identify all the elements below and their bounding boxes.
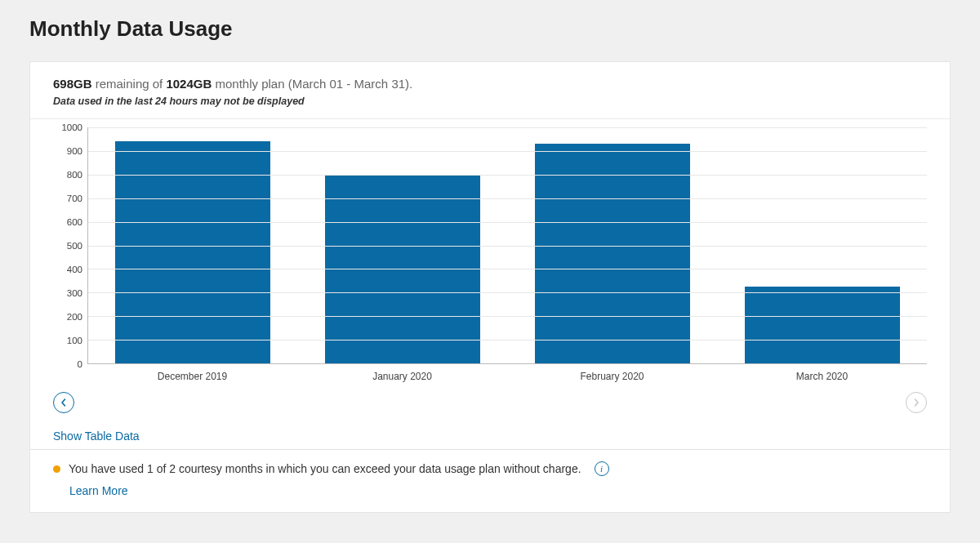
chevron-left-icon (60, 398, 68, 407)
y-tick-label: 900 (67, 146, 82, 156)
x-tick-label: February 2020 (507, 364, 717, 382)
summary-note: Data used in the last 24 hours may not b… (53, 96, 927, 107)
remaining-gb: 698GB (53, 77, 92, 91)
learn-more-link[interactable]: Learn More (30, 483, 950, 512)
page-title: Monthly Data Usage (29, 16, 951, 42)
usage-card: 698GB remaining of 1024GB monthly plan (… (29, 61, 951, 513)
y-tick-label: 700 (67, 194, 82, 203)
bar (745, 287, 900, 363)
y-tick-label: 200 (67, 312, 82, 322)
y-tick-label: 800 (67, 170, 82, 180)
summary-block: 698GB remaining of 1024GB monthly plan (… (30, 62, 950, 119)
summary-line: 698GB remaining of 1024GB monthly plan (… (53, 77, 927, 91)
y-tick-label: 400 (67, 265, 82, 274)
y-tick-label: 500 (67, 241, 82, 251)
bar (535, 144, 690, 363)
gridline (88, 316, 927, 317)
gridline (88, 340, 927, 340)
plot-area (87, 127, 927, 364)
y-axis: 01002003004005006007008009001000 (53, 127, 87, 364)
chevron-right-icon (912, 398, 920, 407)
gridline (88, 269, 927, 269)
prev-button[interactable] (53, 392, 74, 413)
y-tick-label: 600 (67, 217, 82, 227)
y-tick-label: 0 (78, 359, 82, 369)
courtesy-row: You have used 1 of 2 courtesy months in … (30, 450, 950, 483)
x-tick-label: December 2019 (87, 364, 297, 382)
remaining-text: remaining of (92, 77, 167, 91)
gridline (88, 151, 927, 152)
gridline (88, 175, 927, 176)
gridline (88, 222, 927, 223)
status-dot-icon (53, 465, 60, 473)
plan-gb: 1024GB (166, 77, 212, 91)
plan-suffix: monthly plan (March 01 - March 31). (212, 77, 412, 91)
gridline (88, 198, 927, 199)
courtesy-text: You have used 1 of 2 courtesy months in … (69, 462, 581, 475)
y-tick-label: 100 (67, 336, 82, 345)
y-tick-label: 300 (67, 288, 82, 298)
x-tick-label: March 2020 (717, 364, 927, 382)
show-table-data-link[interactable]: Show Table Data (30, 421, 950, 450)
info-icon[interactable]: i (595, 461, 609, 476)
chart-container: 01002003004005006007008009001000 Decembe… (30, 119, 950, 389)
chart-nav-row (30, 389, 950, 421)
x-tick-label: January 2020 (297, 364, 507, 382)
x-axis-labels: December 2019January 2020February 2020Ma… (87, 364, 927, 382)
next-button[interactable] (906, 392, 927, 413)
gridline (88, 246, 927, 247)
gridline (88, 127, 927, 128)
gridline (88, 292, 927, 293)
y-tick-label: 1000 (61, 122, 82, 132)
